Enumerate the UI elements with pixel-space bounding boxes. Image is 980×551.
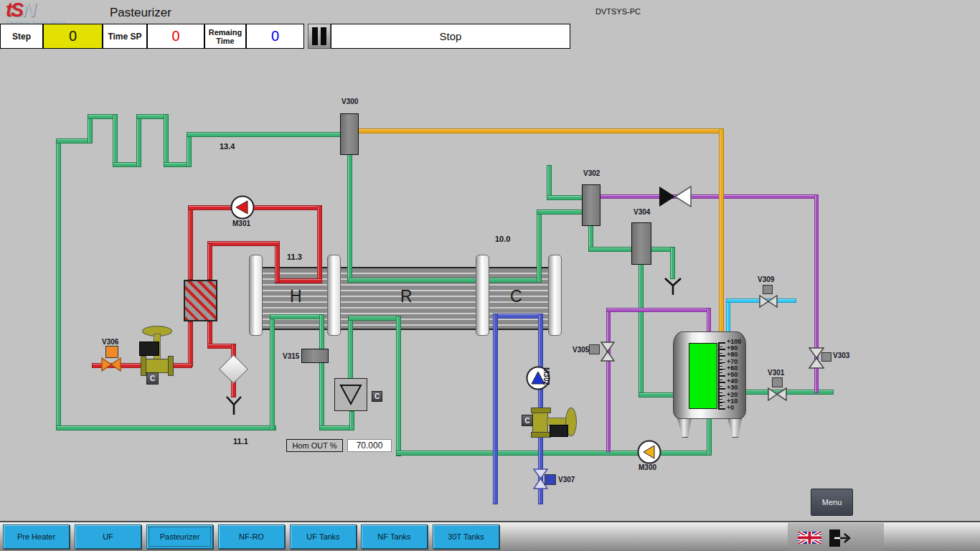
- control-badge[interactable]: C: [146, 372, 159, 385]
- valve-v315[interactable]: [301, 349, 329, 363]
- valve-v303-indicator[interactable]: [821, 352, 831, 362]
- pipe-green: [136, 114, 141, 167]
- pipe-green: [56, 425, 276, 430]
- remaining-time-value: 0: [246, 24, 304, 49]
- valve-v306-indicator[interactable]: [105, 346, 118, 358]
- logo-letter: S: [11, 0, 22, 21]
- valve-v302-label: V302: [583, 169, 600, 177]
- valve-v309-indicator[interactable]: [763, 285, 773, 294]
- valve-v309-label: V309: [758, 276, 774, 283]
- pipe-green: [396, 451, 709, 456]
- valve-v305[interactable]: [600, 342, 615, 362]
- valve-v300-label: V300: [341, 98, 358, 105]
- pipe-green: [270, 316, 275, 430]
- valve-v302[interactable]: [582, 184, 600, 226]
- pipe-green: [113, 114, 118, 167]
- page-title: Pasteurizer: [110, 6, 171, 20]
- control-valve-right[interactable]: [531, 406, 580, 438]
- pipe-green: [347, 153, 352, 283]
- logo-letter: N: [22, 0, 35, 21]
- hom-out-value-input[interactable]: 70.000: [347, 439, 392, 452]
- tank-scale-label: +0: [727, 405, 750, 411]
- tank-leg: [677, 418, 692, 438]
- time-sp-value: 0: [147, 24, 204, 49]
- pump-m301[interactable]: [230, 195, 255, 220]
- pipe-purple: [600, 194, 819, 199]
- nav-button-nf-tanks[interactable]: NF Tanks: [361, 524, 428, 549]
- nav-button-uf[interactable]: UF: [75, 524, 141, 549]
- pipe-green: [707, 418, 712, 456]
- control-badge[interactable]: C: [522, 415, 533, 426]
- tank-leg: [727, 418, 742, 438]
- pipe-blue: [493, 314, 498, 504]
- pipe-red: [188, 321, 193, 367]
- filter-diamond: [219, 354, 248, 384]
- valve-v300[interactable]: [340, 113, 359, 155]
- valve-v305-indicator[interactable]: [589, 344, 600, 354]
- pipe-purple: [606, 310, 611, 452]
- control-valve-flange: [531, 432, 551, 438]
- valve-v301[interactable]: [768, 387, 787, 401]
- pipe-green: [56, 138, 61, 430]
- annotation-value: 13.4: [220, 142, 235, 151]
- hom-out-label: Hom OUT %: [286, 439, 343, 452]
- pipe-green: [588, 247, 634, 252]
- exchanger-section-r: R: [400, 287, 413, 306]
- control-valve-positioner: [139, 342, 159, 356]
- pipe-green: [270, 314, 324, 319]
- control-valve-flange: [168, 356, 174, 376]
- valve-v307-label: V307: [558, 476, 575, 484]
- logo-letter: t: [6, 0, 11, 21]
- valve-v306[interactable]: [101, 357, 121, 372]
- nav-button-pre-heater[interactable]: Pre Heater: [3, 524, 70, 549]
- step-value: 0: [43, 24, 103, 49]
- valve-v303-label: V303: [833, 352, 849, 359]
- pipe-red: [275, 278, 322, 283]
- valve-v305-label: V305: [573, 346, 589, 354]
- nav-button-pasteurizer[interactable]: Pasteurizer: [146, 524, 213, 549]
- control-valve-flange: [141, 356, 146, 376]
- computer-name: DVTSYS-PC: [595, 7, 641, 16]
- pipe-red: [207, 243, 212, 280]
- pump-m300[interactable]: [637, 440, 661, 464]
- exchanger-end-cap: [249, 255, 263, 336]
- pipe-green: [348, 316, 401, 321]
- menu-button[interactable]: Menu: [811, 489, 853, 516]
- valve-v307-indicator[interactable]: [545, 474, 556, 485]
- nav-right-panel: [788, 523, 884, 551]
- valve-v304[interactable]: [631, 222, 651, 265]
- nav-button-nf-ro[interactable]: NF-RO: [218, 524, 285, 549]
- valve-v306-label: V306: [102, 338, 118, 346]
- nav-button-30t-tanks[interactable]: 30T Tanks: [433, 524, 499, 549]
- control-valve-body: [532, 410, 548, 435]
- pipe-red: [207, 241, 280, 246]
- control-badge[interactable]: C: [372, 391, 382, 402]
- pipe-green: [547, 195, 584, 200]
- control-valve-left[interactable]: [139, 324, 174, 373]
- pipe-green: [187, 132, 192, 167]
- exchanger-end-cap: [476, 255, 489, 336]
- remaining-time-label: Remaing Time: [204, 24, 246, 49]
- step-label: Step: [0, 24, 43, 49]
- pipe-red: [275, 241, 280, 283]
- pipe-cyan: [726, 298, 730, 335]
- homogenizer[interactable]: [334, 378, 367, 411]
- annotation-value: 11.3: [287, 253, 302, 261]
- uk-flag-icon[interactable]: [798, 532, 821, 544]
- pipe-green: [670, 247, 675, 279]
- annotation-value: 11.1: [233, 437, 248, 446]
- valve-v304-label: V304: [633, 208, 650, 216]
- pump-m300-label: M300: [639, 463, 656, 471]
- valve-v301-indicator[interactable]: [772, 377, 783, 387]
- pause-button[interactable]: [308, 24, 331, 49]
- pump-m302-label: M302: [542, 367, 550, 385]
- pipe-purple: [606, 308, 711, 312]
- control-valve-flange: [531, 408, 551, 413]
- exit-icon[interactable]: [827, 528, 852, 548]
- pipe-green: [164, 114, 169, 167]
- pipe-blue: [493, 314, 543, 319]
- nav-button-uf-tanks[interactable]: UF Tanks: [290, 524, 357, 549]
- pipe-green: [187, 132, 343, 137]
- valve-v309[interactable]: [759, 295, 778, 308]
- pipe-yellow: [719, 128, 724, 335]
